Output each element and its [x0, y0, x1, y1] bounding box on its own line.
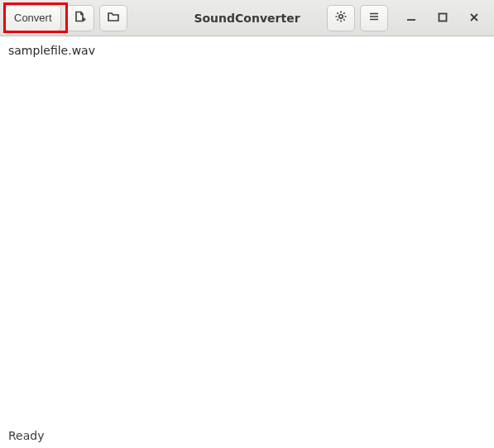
window-controls: [393, 8, 489, 28]
gear-icon: [334, 10, 348, 26]
add-file-icon: [74, 10, 87, 26]
close-icon: [469, 10, 479, 26]
menu-button[interactable]: [360, 5, 388, 31]
status-text: Ready: [8, 429, 44, 442]
hamburger-icon: [367, 10, 381, 26]
file-list[interactable]: samplefile.wav: [0, 36, 494, 423]
maximize-button[interactable]: [433, 8, 453, 28]
app-window: SoundConverter Convert: [0, 0, 494, 448]
statusbar: Ready: [0, 423, 494, 448]
close-button[interactable]: [464, 8, 484, 28]
convert-button[interactable]: Convert: [5, 5, 61, 31]
add-folder-button[interactable]: [99, 5, 127, 31]
file-item[interactable]: samplefile.wav: [8, 43, 486, 60]
settings-button[interactable]: [327, 5, 355, 31]
maximize-icon: [438, 10, 448, 26]
minimize-button[interactable]: [401, 8, 421, 28]
minimize-icon: [406, 10, 416, 26]
svg-rect-1: [439, 14, 447, 21]
app-title: SoundConverter: [194, 12, 300, 25]
svg-point-0: [339, 15, 343, 18]
add-file-button[interactable]: [66, 5, 94, 31]
toolbar-left: Convert: [5, 5, 127, 31]
toolbar-right: [327, 5, 388, 31]
folder-icon: [107, 10, 120, 26]
titlebar: SoundConverter Convert: [0, 0, 494, 36]
